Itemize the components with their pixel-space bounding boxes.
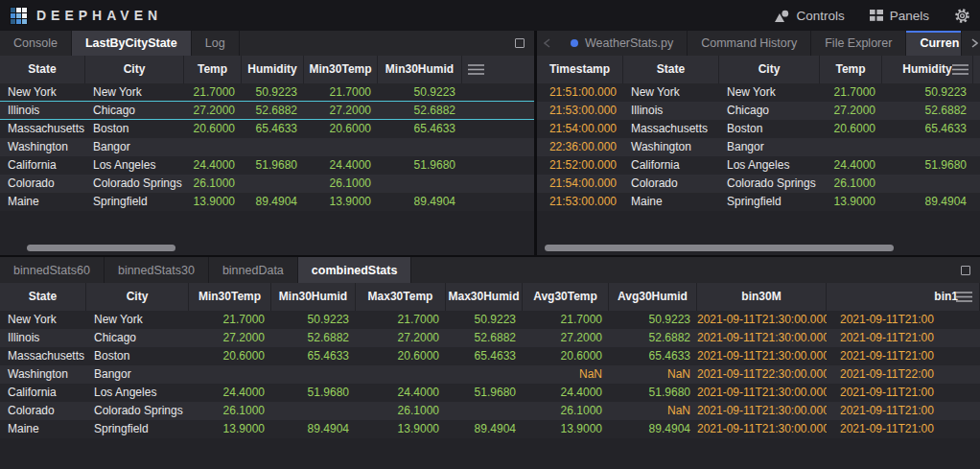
- cell: [184, 138, 242, 156]
- tab-console[interactable]: Console: [0, 31, 72, 56]
- column-header-humidity[interactable]: Humidity: [242, 56, 304, 83]
- column-header-state[interactable]: State: [0, 56, 85, 83]
- maximize-panel-button[interactable]: [961, 266, 970, 275]
- table-row[interactable]: IllinoisChicago27.200052.688227.200052.6…: [0, 329, 980, 347]
- cell: 26.1000: [184, 175, 242, 193]
- table-menu-icon[interactable]: [952, 64, 968, 75]
- table-row[interactable]: 21:52:00.000CaliforniaLos Angeles24.4000…: [537, 156, 980, 175]
- table-row[interactable]: 21:53:00.000MaineSpringfield13.900089.49…: [537, 193, 980, 211]
- maximize-panel-button[interactable]: [515, 38, 525, 48]
- table-row[interactable]: 21:51:00.000New YorkNew York21.700050.92…: [537, 83, 980, 102]
- table-row[interactable]: CaliforniaLos Angeles24.400051.968024.40…: [0, 156, 534, 175]
- cell: [242, 175, 304, 193]
- table-row[interactable]: MassachusettsBoston20.600065.463320.6000…: [0, 347, 980, 365]
- column-header-state[interactable]: State: [623, 56, 719, 83]
- tab-label: Command History: [701, 36, 797, 50]
- tab-weatherstats-py[interactable]: WeatherStats.py: [557, 31, 688, 56]
- column-header-avg30humid[interactable]: Avg30Humid: [609, 283, 697, 311]
- tab-log[interactable]: Log: [192, 31, 240, 56]
- column-header-timestamp[interactable]: Timestamp: [537, 56, 623, 83]
- tab-binnedstats30[interactable]: binnedStats30: [105, 257, 209, 283]
- table-row[interactable]: WashingtonBangorNaNNaN2021-09-11T22:30:0…: [0, 365, 980, 384]
- column-header-city[interactable]: City: [85, 56, 184, 83]
- tab-combinedstats[interactable]: combinedStats: [298, 257, 412, 283]
- cell: Los Angeles: [719, 156, 820, 175]
- cell: 65.4633: [242, 120, 304, 138]
- panels-button[interactable]: Panels: [870, 9, 929, 23]
- cell: 2021-09-11T21:00: [827, 329, 980, 347]
- table-row[interactable]: 22:36:00.000WashingtonBangor: [537, 138, 980, 156]
- cell: 22:36:00.000: [537, 138, 623, 156]
- tab-curren[interactable]: Curren: [906, 31, 962, 56]
- tab-file-explorer[interactable]: File Explorer: [811, 31, 906, 56]
- cell: Bangor: [719, 138, 820, 156]
- column-header-min30temp[interactable]: Min30Temp: [304, 56, 378, 83]
- column-header-min30humid[interactable]: Min30Humid: [378, 56, 462, 83]
- column-header-min30temp[interactable]: Min30Temp: [189, 283, 271, 311]
- scroll-tabs-right-button[interactable]: [971, 38, 978, 48]
- console-panel: ConsoleLastByCityStateLog StateCityTempH…: [0, 31, 534, 255]
- table-row[interactable]: ColoradoColorado Springs26.100026.1000: [0, 175, 534, 193]
- table-menu-icon[interactable]: [468, 64, 484, 75]
- tab-binneddata[interactable]: binnedData: [209, 257, 298, 283]
- cell: Bangor: [85, 138, 184, 156]
- table-row[interactable]: 21:53:00.000IllinoisChicago27.200052.688…: [537, 102, 980, 120]
- table-menu-icon[interactable]: [956, 292, 972, 302]
- maximize-icon: [961, 266, 970, 275]
- table-row[interactable]: WashingtonBangor: [0, 138, 534, 156]
- table-row[interactable]: New YorkNew York21.700050.922321.700050.…: [0, 83, 534, 102]
- column-header-temp[interactable]: Temp: [184, 56, 242, 83]
- table-row[interactable]: New YorkNew York21.700050.922321.700050.…: [0, 311, 980, 329]
- cell: 52.6882: [271, 329, 356, 347]
- cell: 2021-09-11T21:30:00.000: [697, 347, 827, 365]
- app-header-bar: DEEPHAVEN Controls Panels: [0, 0, 980, 31]
- column-header-city[interactable]: City: [86, 283, 189, 311]
- table-row[interactable]: 21:54:00.000ColoradoColorado Springs26.1…: [537, 175, 980, 193]
- cell: 27.2000: [184, 102, 242, 119]
- column-header-max30temp[interactable]: Max30Temp: [356, 283, 446, 311]
- cell: 65.4633: [609, 347, 697, 365]
- cell: 89.4904: [609, 420, 697, 438]
- table-row[interactable]: MassachusettsBoston20.600065.463320.6000…: [0, 120, 534, 138]
- column-header-state[interactable]: State: [0, 283, 86, 311]
- column-header-city[interactable]: City: [719, 56, 820, 83]
- column-header-min30humid[interactable]: Min30Humid: [271, 283, 356, 311]
- column-header-bin30m[interactable]: bin30M: [697, 283, 827, 311]
- cell: Massachusetts: [0, 120, 85, 138]
- scroll-tabs-left-button[interactable]: [537, 31, 557, 56]
- tab-label: binnedData: [222, 264, 284, 277]
- table-row[interactable]: IllinoisChicago27.200052.688227.200052.6…: [0, 102, 534, 120]
- table-body: 21:51:00.000New YorkNew York21.700050.92…: [537, 83, 980, 211]
- controls-button[interactable]: Controls: [775, 9, 844, 23]
- table-row[interactable]: ColoradoColorado Springs26.100026.100026…: [0, 402, 980, 420]
- table-row[interactable]: CaliforniaLos Angeles24.400051.968024.40…: [0, 384, 980, 402]
- cell: [882, 175, 973, 193]
- column-header-avg30temp[interactable]: Avg30Temp: [523, 283, 609, 311]
- cell: 21.7000: [304, 83, 378, 101]
- cell: Illinois: [0, 329, 86, 347]
- table-body: New YorkNew York21.700050.922321.700050.…: [0, 311, 980, 438]
- cell: 2021-09-11T21:30:00.000: [697, 311, 827, 329]
- column-header-max30humid[interactable]: Max30Humid: [446, 283, 523, 311]
- cell: Washington: [623, 138, 719, 156]
- table-header-row: TimestampStateCityTempHumidity: [537, 56, 980, 83]
- cell: 2021-09-11T21:30:00.000: [697, 329, 827, 347]
- cell: 50.9223: [378, 83, 462, 101]
- table-row[interactable]: 21:54:00.000MassachusettsBoston20.600065…: [537, 120, 980, 138]
- horizontal-scrollbar-thumb[interactable]: [27, 245, 175, 251]
- cell: 52.6882: [242, 102, 304, 119]
- editor-panel: WeatherStats.pyCommand HistoryFile Explo…: [537, 31, 980, 255]
- cell: 50.9223: [242, 83, 304, 101]
- tab-label: Console: [13, 36, 58, 50]
- horizontal-scrollbar-thumb[interactable]: [545, 245, 894, 251]
- tab-binnedstats60[interactable]: binnedStats60: [0, 257, 105, 283]
- table-row[interactable]: MaineSpringfield13.900089.490413.900089.…: [0, 420, 980, 438]
- table-header-row: StateCityMin30TempMin30HumidMax30TempMax…: [0, 283, 980, 311]
- cell: Boston: [719, 120, 820, 138]
- cell: [378, 138, 462, 156]
- tab-lastbycitystate[interactable]: LastByCityState: [72, 31, 192, 56]
- tab-command-history[interactable]: Command History: [688, 31, 811, 56]
- column-header-temp[interactable]: Temp: [820, 56, 882, 83]
- settings-button[interactable]: [954, 8, 970, 24]
- table-row[interactable]: MaineSpringfield13.900089.490413.900089.…: [0, 193, 534, 211]
